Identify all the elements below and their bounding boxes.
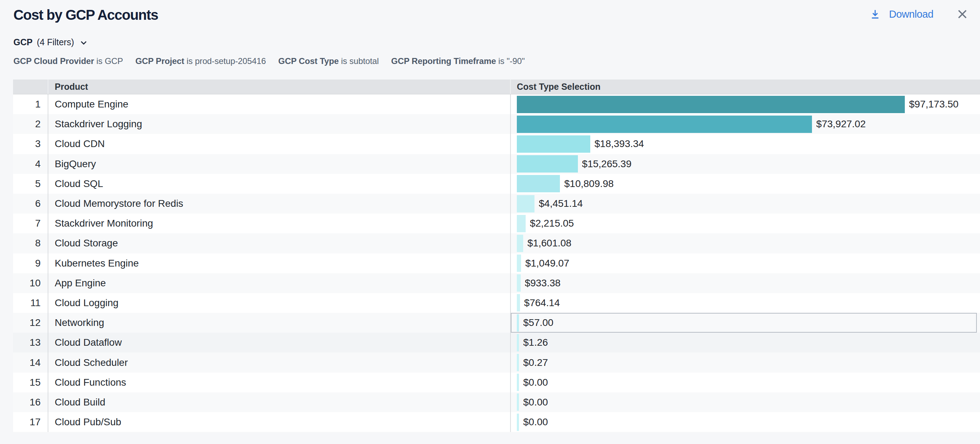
filter-group-toggle[interactable]: GCP (4 Filters) [13,37,87,48]
cost-bar [517,175,560,192]
table-row[interactable]: 2Stackdriver Logging$73,927.02 [13,114,980,134]
cost-value: $0.00 [523,397,548,408]
row-index: 13 [13,333,48,353]
table-row[interactable]: 17Cloud Pub/Sub$0.00 [13,412,980,432]
cost-bar [517,96,905,113]
table-row[interactable]: 11Cloud Logging$764.14 [13,293,980,313]
cost-bar [517,235,523,252]
cost-bar-cell[interactable]: $97,173.50 [510,94,980,114]
page-title: Cost by GCP Accounts [13,7,158,22]
table-row[interactable]: 8Cloud Storage$1,601.08 [13,233,980,253]
product-cell: Stackdriver Logging [48,114,510,134]
cost-bar-cell[interactable]: $2,215.05 [510,214,980,233]
cost-value: $0.00 [523,417,548,428]
cost-value: $933.38 [525,278,561,289]
cost-value: $97,173.50 [909,99,958,110]
product-cell: BigQuery [48,154,510,174]
table-body: 1Compute Engine$97,173.502Stackdriver Lo… [13,94,980,432]
cost-bar-cell[interactable]: $1,049.07 [510,254,980,273]
cost-value: $15,265.39 [582,158,632,170]
cost-value: $2,215.05 [530,218,574,229]
row-index: 8 [13,233,48,253]
table-row[interactable]: 6Cloud Memorystore for Redis$4,451.14 [13,194,980,214]
product-cell: Networking [48,313,510,333]
cost-bar-cell[interactable]: $0.00 [510,412,980,432]
cost-bar-cell[interactable]: $57.00 [510,313,980,333]
cost-bar-cell[interactable]: $18,393.34 [510,134,980,154]
close-icon[interactable] [958,10,967,19]
row-index: 4 [13,154,48,174]
table-row[interactable]: 4BigQuery$15,265.39 [13,154,980,174]
table-row[interactable]: 10App Engine$933.38 [13,273,980,293]
product-cell: Cloud Build [48,392,510,412]
row-index: 9 [13,254,48,273]
table-row[interactable]: 5Cloud SQL$10,809.98 [13,174,980,194]
row-index: 17 [13,412,48,432]
cost-bar-cell[interactable]: $4,451.14 [510,194,980,214]
cost-bar [517,414,519,431]
cost-bar-cell[interactable]: $1.26 [510,333,980,353]
product-cell: Cloud Logging [48,293,510,313]
header-actions: Download [870,6,967,22]
cost-bar-cell[interactable]: $0.27 [510,353,980,372]
filter-summary-label: GCP Cost Type [278,56,339,66]
cost-bar [517,215,526,232]
cost-value: $4,451.14 [539,198,583,209]
cost-value: $18,393.34 [595,138,644,150]
cost-bar-cell[interactable]: $1,601.08 [510,233,980,253]
row-index: 16 [13,392,48,412]
cost-bar-cell[interactable]: $0.00 [510,372,980,392]
cost-bar-cell[interactable]: $764.14 [510,293,980,313]
filter-summary-condition: is prod-setup-205416 [184,56,266,66]
table-row[interactable]: 14Cloud Scheduler$0.27 [13,353,980,372]
product-cell: App Engine [48,273,510,293]
row-index: 6 [13,194,48,214]
cost-bar-cell[interactable]: $73,927.02 [510,114,980,134]
product-cell: Kubernetes Engine [48,254,510,273]
product-cell: Stackdriver Monitoring [48,214,510,233]
row-index: 12 [13,313,48,333]
product-cell: Cloud Scheduler [48,353,510,372]
product-cell: Compute Engine [48,94,510,114]
cost-value: $1,601.08 [527,238,571,249]
table-row[interactable]: 3Cloud CDN$18,393.34 [13,134,980,154]
filter-summary-item: GCP Project is prod-setup-205416 [135,56,266,67]
cost-bar [517,393,519,411]
table-row[interactable]: 7Stackdriver Monitoring$2,215.05 [13,214,980,233]
cost-value: $0.00 [523,377,548,388]
product-cell: Cloud Memorystore for Redis [48,194,510,214]
cost-value: $73,927.02 [816,118,865,130]
cost-bar-cell[interactable]: $15,265.39 [510,154,980,174]
download-label: Download [889,8,934,20]
cost-bar-cell[interactable]: $933.38 [510,273,980,293]
modal-header: Cost by GCP Accounts Download [0,0,980,28]
chevron-down-icon [81,41,87,45]
cost-bar-cell[interactable]: $10,809.98 [510,174,980,194]
filter-group-name: GCP [13,37,32,48]
table-row[interactable]: 12Networking$57.00 [13,313,980,333]
table-row[interactable]: 16Cloud Build$0.00 [13,392,980,412]
cost-bar [517,195,535,212]
filter-summary-label: GCP Reporting Timeframe [391,56,496,66]
cost-bar [517,374,519,391]
table-row[interactable]: 15Cloud Functions$0.00 [13,372,980,392]
filter-summary-condition: is GCP [94,56,123,66]
download-button[interactable]: Download [870,8,934,20]
row-index: 5 [13,174,48,194]
filter-summary-label: GCP Cloud Provider [13,56,94,66]
table-row[interactable]: 9Kubernetes Engine$1,049.07 [13,254,980,273]
row-index: 2 [13,114,48,134]
cost-bar-cell[interactable]: $0.00 [510,392,980,412]
row-index: 3 [13,134,48,154]
product-cell: Cloud Pub/Sub [48,412,510,432]
cost-value: $1,049.07 [525,258,570,269]
row-index: 10 [13,273,48,293]
filter-count: (4 Filters) [37,37,74,48]
cost-bar [517,155,578,172]
cost-value: $57.00 [523,317,554,328]
cost-bar [517,294,520,311]
product-cell: Cloud Functions [48,372,510,392]
filter-summary-item: GCP Cost Type is subtotal [278,56,379,67]
table-row[interactable]: 13Cloud Dataflow$1.26 [13,333,980,353]
table-row[interactable]: 1Compute Engine$97,173.50 [13,94,980,114]
